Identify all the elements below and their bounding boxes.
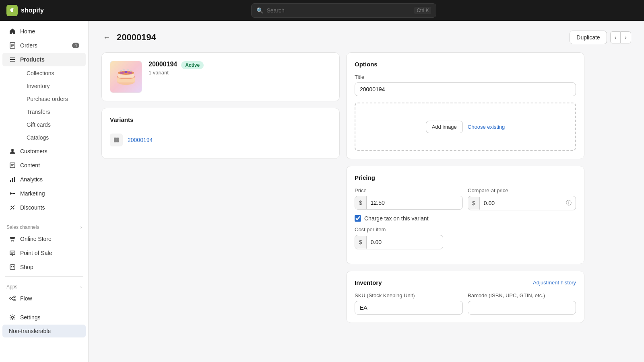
search-bar[interactable]: 🔍 Ctrl K — [251, 3, 436, 18]
search-shortcut: Ctrl K — [414, 7, 431, 14]
choose-existing-button[interactable]: Choose existing — [468, 124, 505, 130]
barcode-label: Barcode (ISBN, UPC, GTIN, etc.) — [468, 292, 576, 298]
variants-title: Variants — [110, 116, 331, 123]
sidebar-item-inventory[interactable]: Inventory — [20, 80, 86, 93]
svg-point-41 — [130, 70, 132, 72]
sidebar-item-shop[interactable]: Shop — [2, 260, 86, 274]
sidebar-item-marketing[interactable]: Marketing — [2, 187, 86, 200]
sidebar-item-content[interactable]: Content — [2, 158, 86, 172]
cost-input[interactable] — [367, 236, 443, 249]
sidebar-label-catalogs: Catalogs — [27, 134, 49, 141]
add-image-button[interactable]: Add image — [426, 121, 463, 133]
sidebar-label-home: Home — [20, 28, 35, 35]
svg-point-14 — [13, 208, 14, 210]
sidebar-item-point-of-sale[interactable]: Point of Sale — [2, 246, 86, 260]
product-info-card: 20000194 Active 1 variant — [101, 52, 340, 101]
sidebar-label-flow: Flow — [20, 295, 32, 302]
search-input[interactable] — [266, 7, 411, 14]
svg-point-17 — [11, 241, 12, 242]
svg-point-18 — [13, 241, 14, 242]
svg-rect-23 — [10, 265, 15, 269]
sidebar-item-orders[interactable]: Orders 4 — [2, 39, 86, 52]
svg-point-35 — [120, 72, 124, 74]
apps-section: Apps › — [0, 279, 88, 291]
sidebar-item-online-store[interactable]: Online Store — [2, 232, 86, 246]
nav-prev-button[interactable]: ‹ — [610, 31, 621, 43]
page-title: 20000194 — [117, 32, 156, 43]
svg-line-28 — [11, 298, 13, 300]
svg-line-27 — [11, 297, 13, 298]
sidebar-item-products[interactable]: Products — [2, 53, 86, 66]
sidebar-item-non-transferable[interactable]: Non-transferable — [2, 325, 86, 337]
svg-rect-43 — [116, 138, 119, 140]
svg-point-38 — [120, 70, 122, 72]
pricing-row: Price $ Compare-at price $ ⓘ — [355, 187, 576, 210]
sidebar-label-marketing: Marketing — [20, 190, 45, 197]
svg-rect-12 — [13, 193, 15, 194]
apps-label: Apps — [6, 284, 17, 290]
chevron-right-icon[interactable]: › — [80, 225, 82, 230]
svg-point-5 — [11, 149, 14, 151]
store-icon — [9, 235, 16, 243]
sidebar-item-transfers[interactable]: Transfers — [20, 105, 86, 118]
sidebar-label-inventory: Inventory — [27, 83, 50, 89]
charge-tax-label[interactable]: Charge tax on this variant — [364, 215, 429, 222]
svg-rect-6 — [10, 163, 15, 168]
sidebar-item-catalogs[interactable]: Catalogs — [20, 131, 86, 144]
price-field-group: Price $ — [355, 187, 463, 210]
sidebar-divider-1 — [5, 217, 83, 217]
cost-field-group: Cost per item $ ⓘ — [355, 226, 576, 249]
svg-point-24 — [10, 298, 11, 299]
charge-tax-row: Charge tax on this variant — [355, 215, 576, 222]
sidebar-label-online-store: Online Store — [20, 236, 52, 242]
svg-point-25 — [14, 296, 15, 298]
svg-rect-45 — [116, 140, 119, 142]
cost-input-wrapper: $ ⓘ — [355, 235, 443, 249]
svg-point-29 — [12, 317, 14, 319]
back-button[interactable]: ← — [101, 32, 112, 43]
nav-arrows: ‹ › — [610, 31, 631, 43]
sidebar-item-analytics[interactable]: Analytics — [2, 173, 86, 186]
charge-tax-checkbox[interactable] — [355, 215, 361, 222]
content-grid: 20000194 Active 1 variant Variants — [101, 52, 584, 323]
sidebar-item-discounts[interactable]: Discounts — [2, 201, 86, 214]
cake-image-svg — [114, 65, 138, 89]
marketing-icon — [9, 190, 16, 197]
sidebar-item-collections[interactable]: Collections — [20, 67, 86, 80]
main-content: ← 20000194 Duplicate ‹ › — [89, 21, 644, 362]
svg-rect-19 — [10, 251, 15, 255]
price-input[interactable] — [367, 196, 462, 209]
right-column: Options Title Add image Choose existing … — [346, 52, 584, 323]
duplicate-button[interactable]: Duplicate — [570, 31, 607, 44]
barcode-input[interactable] — [468, 301, 576, 315]
svg-point-37 — [128, 72, 132, 74]
search-icon: 🔍 — [256, 7, 263, 14]
inventory-header: Inventory Adjustment history — [355, 279, 576, 286]
product-details: 20000194 Active 1 variant — [149, 61, 204, 76]
svg-point-40 — [127, 69, 129, 71]
inventory-row: SKU (Stock Keeping Unit) Barcode (ISBN, … — [355, 292, 576, 315]
title-input[interactable] — [355, 82, 576, 96]
compare-input[interactable] — [480, 197, 562, 210]
sku-input[interactable] — [355, 301, 463, 315]
adjustment-history-link[interactable]: Adjustment history — [533, 280, 576, 286]
variant-link[interactable]: 20000194 — [128, 137, 153, 143]
sidebar-item-purchase-orders[interactable]: Purchase orders — [20, 93, 86, 105]
apps-chevron-icon[interactable]: › — [80, 285, 82, 289]
sidebar-label-purchase-orders: Purchase orders — [27, 96, 68, 102]
svg-rect-9 — [10, 180, 11, 182]
sidebar-item-gift-cards[interactable]: Gift cards — [20, 118, 86, 131]
sidebar-item-flow[interactable]: Flow — [2, 292, 86, 305]
sidebar-item-settings[interactable]: Settings — [2, 311, 86, 324]
sidebar-item-home[interactable]: Home — [2, 25, 86, 38]
sidebar-label-analytics: Analytics — [20, 176, 43, 183]
sidebar-item-customers[interactable]: Customers — [2, 144, 86, 158]
nav-next-button[interactable]: › — [620, 31, 631, 43]
topbar: shopify 🔍 Ctrl K — [0, 0, 644, 21]
product-image — [110, 61, 142, 93]
page-header-left: ← 20000194 — [101, 32, 156, 43]
sales-channels-label: Sales channels — [6, 224, 39, 230]
shop-icon — [9, 263, 16, 271]
svg-rect-44 — [114, 140, 116, 142]
compare-info-icon[interactable]: ⓘ — [562, 196, 576, 210]
